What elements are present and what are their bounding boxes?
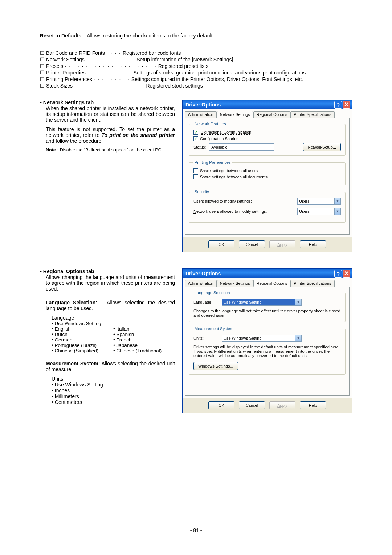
driver-options-dialog-regional: Driver Options ? ✕ Administration Networ… <box>182 268 352 413</box>
checkbox-icon[interactable]: ✓ <box>193 130 198 135</box>
defn-desc: Settings configured in the Printer Optio… <box>131 76 352 82</box>
title-text: Driver Options <box>185 271 334 276</box>
u: W <box>198 364 202 368</box>
apply-button[interactable]: Apply <box>269 240 295 248</box>
net-heading: • Network Settings tab <box>40 100 175 105</box>
network-users-select[interactable]: Users▼ <box>297 208 341 215</box>
network-settings-section: • Network Settings tab When the shared p… <box>40 100 352 262</box>
t: Sh <box>200 175 205 179</box>
apply-button[interactable]: Apply <box>269 401 295 409</box>
net-para1: When the shared printer is installed as … <box>40 105 175 123</box>
tab-strip: Administration Network Settings Regional… <box>183 109 352 118</box>
reset-line: Reset to Defaults: Allows restoring the … <box>40 33 352 39</box>
reset-heading: Reset to Defaults <box>40 33 81 39</box>
tab-network-settings[interactable]: Network Settings <box>217 280 253 287</box>
help-icon[interactable]: ? <box>334 270 342 278</box>
defn-list: ☐ Bar Code and RFID Fonts · · · · Regist… <box>40 50 352 89</box>
u: A <box>277 403 280 408</box>
titlebar[interactable]: Driver Options ? ✕ <box>183 100 352 109</box>
defn-term: ☐ Stock Sizes <box>40 83 73 89</box>
ok-button[interactable]: OK <box>208 401 234 409</box>
tab-administration[interactable]: Administration <box>185 111 217 118</box>
tab-printer-specifications[interactable]: Printer Specifications <box>290 111 334 118</box>
tab-printer-specifications[interactable]: Printer Specifications <box>290 280 334 287</box>
ok-button[interactable]: OK <box>208 240 234 248</box>
language-list: Language • Use Windows Setting • English… <box>40 315 175 353</box>
note-label: Note <box>46 147 56 153</box>
tab-strip: Administration Network Settings Regional… <box>183 278 352 287</box>
close-icon[interactable]: ✕ <box>343 101 350 109</box>
share-all-users-row[interactable]: Share settings between all users <box>193 168 341 173</box>
lang-list-heading: Language <box>52 315 74 321</box>
meas-heading: Measurement System: <box>46 361 100 366</box>
checkbox-icon[interactable] <box>193 174 198 179</box>
network-setup-button[interactable]: Network Setup... <box>303 143 341 151</box>
close-icon[interactable]: ✕ <box>343 270 350 278</box>
button-bar: OK Cancel Apply Help <box>183 237 352 252</box>
tab-regional-options[interactable]: Regional Options <box>253 280 290 287</box>
checkbox-icon[interactable]: ✓ <box>193 136 198 141</box>
left-column: • Regional Options tab Allows changing t… <box>40 268 175 405</box>
u: U <box>193 336 196 340</box>
u: U <box>193 199 196 203</box>
defn-term: ☐ Network Settings <box>40 57 85 62</box>
colon: : <box>81 33 83 39</box>
help-button[interactable]: Help <box>300 401 326 409</box>
dots: · · · · · · · · · <box>92 76 131 82</box>
cancel-button[interactable]: Cancel <box>239 401 265 409</box>
t: nits: <box>196 336 204 340</box>
units-list: Units • Use Windows Setting • Inches • M… <box>40 376 175 405</box>
units-label: Units: <box>193 336 219 340</box>
t: indows Settings... <box>202 364 233 368</box>
language-select[interactable]: Use Windows Setting▼ <box>222 299 302 306</box>
lang-item: • Chinese (Traditional) <box>113 348 175 353</box>
t: idirectional <box>203 130 224 134</box>
printing-preferences-group: Printing Preferences Share settings betw… <box>189 160 346 185</box>
right-column: Driver Options ? ✕ Administration Networ… <box>182 100 352 262</box>
tab-administration[interactable]: Administration <box>185 280 217 287</box>
users-allowed-select[interactable]: Users▼ <box>297 198 341 205</box>
group-legend: Measurement System <box>193 327 234 331</box>
lang-sel-heading: Language Selection: <box>46 300 97 305</box>
status-row: Status: Available Network Setup... <box>193 143 341 151</box>
defn-desc: Settings of stocks, graphics, print cond… <box>134 70 352 76</box>
help-button[interactable]: Help <box>300 240 326 248</box>
share-all-users-label: Share settings between all users <box>200 169 258 173</box>
share-all-docs-row[interactable]: Share settings between all documents <box>193 174 341 179</box>
meas-line: Measurement System: Allows selecting the… <box>40 361 175 372</box>
language-note: Changes to the language will not take ef… <box>193 309 341 317</box>
defn-desc: Registered preset lists <box>158 63 352 69</box>
reg-para1: Allows changing the language and units o… <box>40 274 175 292</box>
lang-item: • Japanese <box>113 343 175 348</box>
unit-item: • Centimeters <box>52 399 175 405</box>
v: Use Windows Setting <box>224 300 262 304</box>
checkbox-icon[interactable] <box>193 168 198 173</box>
cancel-button[interactable]: Cancel <box>239 240 265 248</box>
net-para2-b: To print on the shared printer <box>101 132 175 138</box>
windows-settings-button[interactable]: Windows Settings... <box>193 362 238 370</box>
users-allowed-label: Users allowed to modify settings: <box>193 199 297 203</box>
button-bar: OK Cancel Apply Help <box>183 398 352 413</box>
dots: · · · · · · · · · · · · · · · · · <box>73 83 146 89</box>
units-select[interactable]: Use Windows Setting▼ <box>222 335 302 342</box>
help-icon[interactable]: ? <box>334 101 342 109</box>
chevron-down-icon: ▼ <box>295 299 301 305</box>
u: C <box>200 137 203 141</box>
t: Network <box>308 145 322 149</box>
units-note: Driver settings will be displayed in the… <box>193 345 341 358</box>
dots: · · · · <box>105 50 123 56</box>
unit-item: • Use Windows Setting <box>52 382 175 388</box>
u2: C <box>224 130 226 134</box>
t2: re settings between all documents <box>207 175 268 179</box>
tab-regional-options[interactable]: Regional Options <box>253 111 290 118</box>
tab-network-settings[interactable]: Network Settings <box>217 111 253 118</box>
lang-sel-line: Language Selection: Allows selecting the… <box>40 300 175 311</box>
bidirectional-row[interactable]: ✓ Bidirectional Communication <box>193 130 341 135</box>
left-column: • Network Settings tab When the shared p… <box>40 100 175 153</box>
client-area: Administration Network Settings Regional… <box>183 109 352 252</box>
unit-item: • Inches <box>52 388 175 393</box>
titlebar[interactable]: Driver Options ? ✕ <box>183 269 352 278</box>
unit-item: • Millimeters <box>52 393 175 399</box>
defn-term: ☐ Printing Preferences <box>40 76 92 82</box>
config-sharing-row[interactable]: ✓ Configuration Sharing <box>193 136 341 141</box>
